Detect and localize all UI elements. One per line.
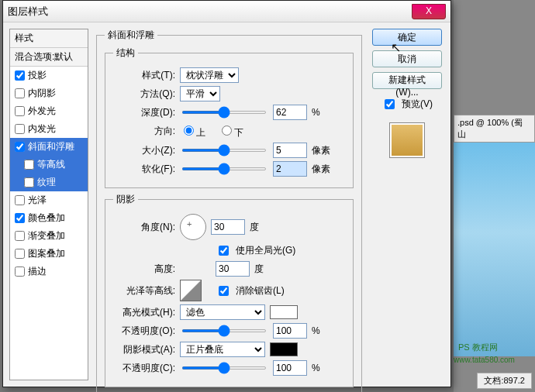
angle-wheel[interactable] [180, 214, 206, 240]
document-tab[interactable]: .psd @ 100% (蜀 山 [454, 115, 535, 143]
sidebar-header-blend[interactable]: 混合选项:默认 [10, 48, 88, 67]
watermark-url: www.tata580.com [454, 356, 515, 364]
sidebar-header-styles[interactable]: 样式 [10, 29, 88, 48]
altitude-unit: 度 [254, 263, 264, 276]
sidebar-item-stroke[interactable]: 描边 [10, 263, 88, 280]
sidebar-item-outerglow[interactable]: 外发光 [10, 102, 88, 120]
chk-stroke[interactable] [15, 266, 25, 277]
altitude-label: 高度: [113, 263, 175, 276]
sidebar-item-gradientoverlay[interactable]: 渐变叠加 [10, 227, 88, 245]
chk-bevel[interactable] [15, 142, 25, 152]
chk-innerglow[interactable] [15, 124, 25, 134]
hopacity-slider[interactable] [181, 329, 267, 332]
angle-label: 角度(N): [113, 221, 175, 234]
sidebar-item-dropshadow[interactable]: 投影 [10, 67, 88, 84]
close-button[interactable]: X [412, 4, 446, 19]
sidebar-item-patternoverlay[interactable]: 图案叠加 [10, 245, 88, 263]
new-style-button[interactable]: 新建样式(W)... [372, 72, 442, 89]
depth-label: 深度(D): [113, 106, 175, 119]
sidebar-item-texture[interactable]: 纹理 [10, 174, 88, 191]
smode-label: 阴影模式(A): [113, 343, 175, 356]
gloss-label: 光泽等高线: [113, 284, 175, 297]
sidebar-item-innerglow[interactable]: 内发光 [10, 120, 88, 138]
sidebar-item-bevel[interactable]: 斜面和浮雕 [10, 138, 88, 156]
size-input[interactable] [273, 143, 307, 158]
hmode-label: 高光模式(H): [113, 306, 175, 319]
structure-group: 结构 样式(T):枕状浮雕 方法(Q):平滑 深度(D):% 方向:上下 大小(… [105, 46, 354, 188]
ok-button[interactable]: 确定 [372, 29, 442, 46]
sopacity-input[interactable] [273, 360, 307, 376]
bevel-group: 斜面和浮雕 结构 样式(T):枕状浮雕 方法(Q):平滑 深度(D):% 方向:… [96, 29, 362, 392]
depth-input[interactable] [273, 105, 307, 120]
hopacity-label: 不透明度(O): [113, 325, 175, 338]
angle-input[interactable] [211, 219, 245, 235]
size-label: 大小(Z): [113, 144, 175, 157]
soften-unit: 像素 [312, 163, 330, 176]
canvas-bg: .psd @ 100% (蜀 山 PS 教程网 www.tata580.com [454, 0, 535, 392]
dir-up-radio[interactable] [184, 126, 194, 136]
soften-label: 软化(F): [113, 163, 175, 176]
status-bar: 文档:897.2 [477, 373, 532, 389]
chk-coloroverlay[interactable] [15, 213, 25, 223]
style-select[interactable]: 枕状浮雕 [180, 67, 239, 83]
preview-chk[interactable] [385, 99, 395, 109]
chk-contour[interactable] [24, 160, 34, 170]
global-light-label: 使用全局光(G) [236, 244, 295, 257]
sidebar-item-satin[interactable]: 光泽 [10, 191, 88, 209]
dir-down-radio[interactable] [222, 126, 232, 136]
antialias-chk[interactable] [219, 286, 229, 296]
bevel-legend: 斜面和浮雕 [105, 29, 157, 42]
smode-select[interactable]: 正片叠底 [180, 342, 265, 357]
layer-style-dialog: 图层样式 X 样式 混合选项:默认 投影 内阴影 外发光 内发光 斜面和浮雕 等… [2, 0, 451, 387]
chk-texture[interactable] [24, 177, 34, 187]
hopacity-unit: % [312, 325, 320, 336]
altitude-input[interactable] [216, 261, 250, 277]
shading-group: 阴影 角度(N):度 使用全局光(G) 高度:度 光泽等高线:消除锯齿(L) 高… [105, 193, 354, 387]
highlight-color[interactable] [270, 305, 298, 319]
antialias-label: 消除锯齿(L) [236, 284, 285, 297]
main-panel: 斜面和浮雕 结构 样式(T):枕状浮雕 方法(Q):平滑 深度(D):% 方向:… [93, 29, 365, 380]
chk-dropshadow[interactable] [15, 70, 25, 81]
hopacity-input[interactable] [273, 323, 307, 339]
soften-slider[interactable] [181, 167, 267, 170]
sidebar-item-contour[interactable]: 等高线 [10, 156, 88, 174]
chk-satin[interactable] [15, 195, 25, 205]
chk-outerglow[interactable] [15, 106, 25, 116]
shadow-color[interactable] [270, 342, 298, 356]
right-column: 确定 取消 新建样式(W)... 预览(V) [370, 29, 444, 380]
watermark: PS 教程网 [458, 342, 498, 353]
style-label: 样式(T): [113, 69, 175, 82]
dialog-title: 图层样式 [8, 5, 48, 19]
structure-legend: 结构 [113, 46, 138, 60]
soften-input[interactable] [273, 161, 307, 177]
depth-slider[interactable] [181, 111, 267, 114]
size-unit: 像素 [312, 144, 330, 157]
depth-unit: % [312, 107, 320, 118]
chk-innershadow[interactable] [15, 88, 25, 98]
direction-label: 方向: [113, 125, 175, 138]
preview-swatch [389, 122, 425, 158]
chk-patternoverlay[interactable] [15, 249, 25, 259]
cancel-button[interactable]: 取消 [372, 50, 442, 67]
sidebar-item-innershadow[interactable]: 内阴影 [10, 84, 88, 102]
global-light-chk[interactable] [219, 246, 229, 256]
dir-up[interactable]: 上 [180, 123, 205, 139]
titlebar[interactable]: 图层样式 X [3, 1, 450, 22]
shading-legend: 阴影 [113, 193, 138, 206]
sopacity-label: 不透明度(C): [113, 362, 175, 375]
dir-down[interactable]: 下 [218, 123, 243, 139]
preview-label: 预览(V) [402, 98, 433, 111]
hmode-select[interactable]: 滤色 [180, 304, 265, 320]
effects-sidebar: 样式 混合选项:默认 投影 内阴影 外发光 内发光 斜面和浮雕 等高线 纹理 光… [9, 29, 88, 380]
sopacity-slider[interactable] [181, 366, 267, 370]
size-slider[interactable] [181, 149, 267, 152]
technique-select[interactable]: 平滑 [180, 86, 220, 101]
chk-gradientoverlay[interactable] [15, 231, 25, 241]
sopacity-unit: % [312, 363, 320, 373]
gloss-contour[interactable] [180, 280, 202, 301]
angle-unit: 度 [250, 221, 259, 234]
sidebar-item-coloroverlay[interactable]: 颜色叠加 [10, 209, 88, 227]
technique-label: 方法(Q): [113, 88, 175, 101]
